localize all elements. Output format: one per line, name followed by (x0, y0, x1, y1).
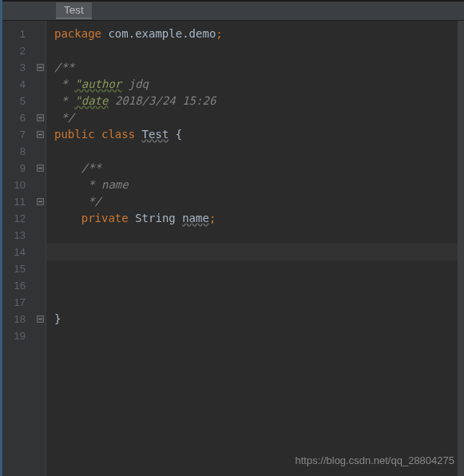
code-line (54, 277, 464, 294)
line-number: 16 (0, 277, 26, 294)
code-line: /** (54, 59, 464, 76)
line-number: 3 (0, 59, 26, 76)
code-line (54, 42, 464, 59)
line-number: 5 (0, 93, 26, 109)
line-number: 2 (0, 42, 26, 59)
code-line (54, 260, 464, 277)
code-line: } (54, 311, 464, 327)
code-line: * "author jdq (54, 76, 464, 93)
fold-column (35, 21, 46, 476)
code-line-current (46, 244, 464, 260)
code-editor[interactable]: 1 2 3 4 5 6 7 8 9 10 11 12 13 14 15 16 1… (0, 21, 464, 476)
watermark-text: https://blog.csdn.net/qq_28804275 (295, 454, 455, 466)
fold-open-icon[interactable] (37, 131, 44, 138)
line-number: 17 (0, 294, 26, 311)
line-number: 18 (0, 311, 26, 327)
tab-test[interactable]: Test (56, 2, 92, 19)
code-area[interactable]: package com.example.demo; /** * "author … (46, 21, 464, 476)
code-line: /** (54, 160, 464, 177)
line-number: 12 (0, 210, 26, 227)
code-line: */ (54, 109, 464, 126)
line-number: 8 (0, 143, 26, 160)
line-number: 13 (0, 227, 26, 244)
line-number: 4 (0, 76, 26, 93)
line-number: 11 (0, 193, 26, 210)
code-line: * name (54, 177, 464, 193)
code-line (54, 143, 464, 160)
line-number: 7 (0, 126, 26, 143)
line-number: 9 (0, 160, 26, 177)
line-number: 15 (0, 260, 26, 277)
code-line: private String name; (54, 210, 464, 227)
code-line: * "date 2018/3/24 15:26 (54, 93, 464, 109)
code-line (54, 227, 464, 244)
line-number: 6 (0, 109, 26, 126)
line-number: 14 (0, 244, 26, 260)
code-line: package com.example.demo; (54, 26, 464, 42)
code-line (54, 294, 464, 311)
line-gutter: 1 2 3 4 5 6 7 8 9 10 11 12 13 14 15 16 1… (0, 21, 35, 476)
line-number: 10 (0, 177, 26, 193)
fold-close-icon[interactable] (37, 114, 44, 121)
code-line: public class Test { (54, 126, 464, 143)
code-line (54, 327, 464, 344)
line-number: 19 (0, 327, 26, 344)
fold-open-icon[interactable] (37, 64, 44, 71)
line-number: 1 (0, 26, 26, 42)
tab-bar: Test (0, 2, 464, 21)
fold-open-icon[interactable] (37, 165, 44, 172)
fold-close-icon[interactable] (37, 315, 44, 323)
code-line: */ (54, 193, 464, 210)
vertical-scrollbar[interactable] (458, 21, 464, 476)
fold-close-icon[interactable] (37, 198, 44, 205)
